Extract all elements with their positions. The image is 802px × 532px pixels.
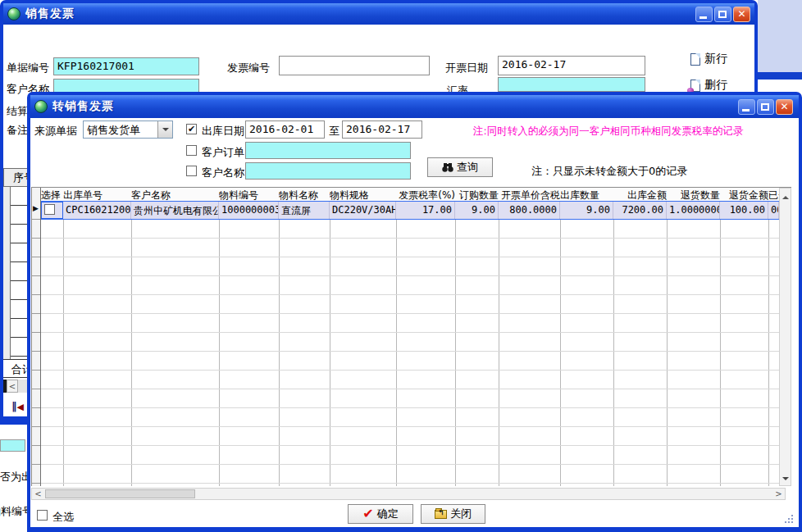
doc-no-field[interactable]: KFP160217001 — [53, 57, 199, 75]
col-return-amount[interactable]: 退货金额 — [720, 188, 768, 201]
invoice-no-label: 发票编号 — [227, 61, 270, 75]
col-select[interactable]: 选择 — [41, 188, 63, 201]
maximize-button[interactable] — [714, 7, 731, 22]
bg-record-nav[interactable]: ‖◀ — [11, 400, 24, 412]
app-globe-icon — [7, 7, 21, 20]
mdi-border-fragment — [758, 72, 802, 80]
invoice-date-field[interactable]: 2016-02-17 — [498, 56, 645, 75]
scroll-up-icon[interactable] — [780, 189, 791, 201]
col-tax-rate[interactable]: 发票税率(%) — [396, 188, 455, 201]
close-button-label: 关闭 — [450, 507, 472, 521]
ok-button-label: 确定 — [377, 507, 399, 521]
col-price[interactable]: 开票单价含税 — [499, 188, 560, 201]
cell-out-qty: 9.00 — [560, 202, 613, 219]
invoice-no-field[interactable] — [279, 56, 430, 75]
customer-order-label: 客户订单 — [202, 145, 244, 160]
cell-order-qty: 9.00 — [455, 202, 499, 219]
dialog-maximize-button[interactable] — [757, 99, 774, 115]
sales-invoice-titlebar[interactable]: 销售发票 ✕ — [3, 3, 754, 25]
bg-scroll-left-icon[interactable]: < — [7, 380, 18, 393]
new-row-button[interactable]: 新行 — [690, 52, 727, 66]
dialog-titlebar[interactable]: 转销售发票 ✕ — [30, 95, 799, 118]
customer-order-field[interactable] — [245, 142, 411, 159]
close-button[interactable]: ✕ — [733, 7, 750, 22]
cell-price: 800.0000 — [499, 202, 560, 219]
customer-order-checkbox[interactable] — [186, 145, 197, 156]
ok-check-icon: ✔ — [362, 507, 373, 521]
delete-row-label: 删行 — [704, 78, 727, 93]
cell-material-name: 直流屏 — [279, 202, 330, 219]
col-order-qty[interactable]: 订购数量 — [455, 188, 499, 201]
col-out-amount[interactable]: 出库金额 — [613, 188, 667, 201]
bg-grid-rows — [3, 187, 29, 359]
display-note: 注：只显示未转金额大于0的记录 — [531, 164, 687, 179]
col-opened[interactable]: 已开 — [768, 188, 779, 201]
dialog-minimize-button[interactable] — [738, 99, 755, 115]
col-out-qty[interactable]: 出库数量 — [560, 188, 613, 201]
behind-export-label: 是否为出口 — [0, 470, 30, 484]
table-hscrollbar[interactable]: < > — [31, 488, 786, 500]
cell-out-amount: 7200.00 — [613, 202, 667, 219]
binoculars-icon — [442, 163, 453, 172]
source-doc-value: 销售发货单 — [84, 121, 157, 138]
table-header-row: 选择 出库单号 客户名称 物料编号 物料名称 物料规格 发票税率(%) 订购数量… — [41, 188, 779, 201]
source-doc-select[interactable]: 销售发货单 — [83, 120, 173, 139]
date-from-field[interactable]: 2016-02-01 — [245, 120, 325, 139]
row-select-checkbox[interactable] — [44, 204, 55, 215]
hscroll-right-icon[interactable]: > — [773, 489, 784, 499]
col-material-name[interactable]: 物料名称 — [279, 188, 330, 201]
new-row-label: 新行 — [704, 52, 727, 66]
hscroll-thumb[interactable] — [45, 489, 195, 498]
date-to-field[interactable]: 2016-02-17 — [342, 120, 422, 139]
col-return-qty[interactable]: 退货数量 — [667, 188, 720, 201]
scroll-down-icon[interactable] — [780, 473, 791, 484]
nav-first-icon: ◀ — [17, 402, 24, 412]
exchange-rate-field[interactable] — [498, 77, 645, 92]
delete-row-button[interactable]: 删行 — [690, 78, 727, 93]
query-button[interactable]: 查询 — [427, 157, 493, 177]
result-table: ▶ 选择 出库单号 客户名称 物料编号 物料名称 物料规格 — [31, 187, 791, 486]
hscroll-left-icon[interactable]: < — [33, 489, 43, 499]
dropdown-arrow-icon[interactable] — [157, 121, 172, 138]
mdi-background-fragment — [758, 0, 802, 72]
col-material-no[interactable]: 物料编号 — [219, 188, 279, 201]
invoice-date-label: 开票日期 — [445, 61, 488, 75]
behind-cyan-field — [0, 439, 25, 452]
source-doc-label: 来源单据 — [34, 124, 77, 139]
date-filter-label: 出库日期 — [202, 124, 244, 139]
new-row-icon — [690, 53, 700, 66]
customer-name-filter-field[interactable] — [245, 162, 411, 180]
col-spec[interactable]: 物料规格 — [330, 188, 396, 201]
dialog-close-button[interactable]: ✕ — [776, 99, 793, 115]
select-all-checkbox[interactable] — [37, 510, 48, 521]
resize-grip[interactable] — [785, 521, 786, 523]
empty-grid-rows — [41, 220, 779, 486]
table-row[interactable]: CPC160212001 贵州中矿机电有限公司 1000000003 直流屏 D… — [41, 201, 779, 220]
cell-return-qty: 1.00000000 — [667, 202, 720, 219]
close-dialog-button[interactable]: 关闭 — [421, 504, 485, 524]
minimize-button[interactable] — [695, 7, 713, 22]
customer-name-checkbox[interactable] — [186, 166, 197, 176]
cell-material-no: 1000000003 — [219, 202, 279, 219]
date-filter-checkbox[interactable]: ✔ — [186, 124, 197, 134]
cell-opened: 00 — [768, 202, 779, 219]
cell-spec: DC220V/30AH — [330, 202, 396, 219]
cell-customer: 贵州中矿机电有限公司 — [131, 202, 219, 219]
col-out-no[interactable]: 出库单号 — [63, 188, 131, 201]
behind-window-fragment: 是否为出口 物料编号 — [0, 425, 30, 532]
screen: 是否为出口 物料编号 销售发票 ✕ 单据编号 KFP160217001 发票编号… — [0, 0, 802, 532]
bg-grid-header: 序号 — [3, 168, 29, 187]
row-selector-strip: ▶ — [31, 188, 41, 486]
customer-name-filter-label: 客户名称 — [202, 166, 244, 180]
rule-note: 注:同时转入的必须为同一客户相同币种相同发票税率的记录 — [473, 125, 743, 139]
dialog-globe-icon — [34, 100, 48, 113]
col-customer[interactable]: 客户名称 — [131, 188, 219, 201]
dialog-title: 转销售发票 — [52, 99, 114, 114]
window-title: 销售发票 — [25, 7, 75, 21]
query-button-label: 查询 — [457, 160, 478, 175]
close-folder-icon — [435, 510, 447, 519]
table-vscrollbar[interactable] — [779, 188, 791, 486]
cell-out-no: CPC160212001 — [63, 202, 131, 219]
date-to-label: 至 — [329, 124, 339, 139]
ok-button[interactable]: ✔ 确定 — [348, 504, 413, 524]
